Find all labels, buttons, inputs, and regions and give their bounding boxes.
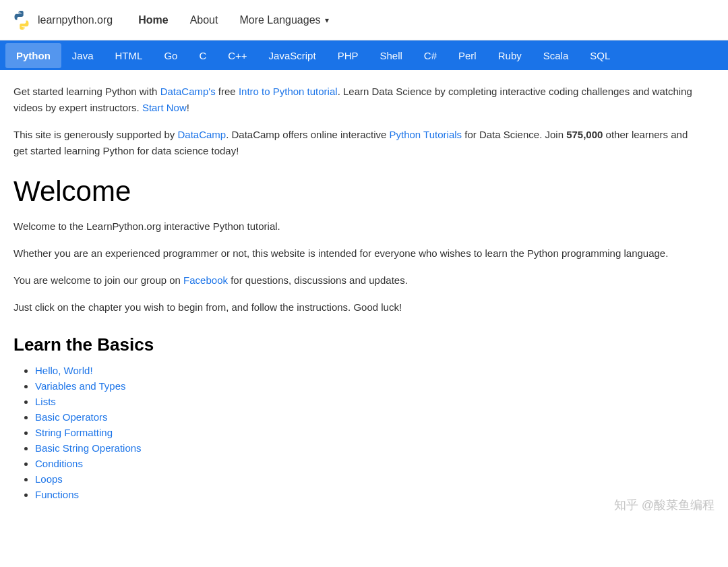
lang-tab-java[interactable]: Java <box>61 43 104 68</box>
facebook-link[interactable]: Facebook <box>183 274 228 286</box>
basics-link[interactable]: Variables and Types <box>35 380 126 392</box>
lang-tab-shell[interactable]: Shell <box>369 43 413 68</box>
list-item: Basic String Operations <box>35 442 701 454</box>
basics-link[interactable]: String Formatting <box>35 427 113 438</box>
learner-count: 575,000 <box>566 129 603 140</box>
logo-text: learnpython.org <box>38 14 113 26</box>
logo[interactable]: learnpython.org <box>11 9 113 31</box>
top-nav-links: Home About More Languages ▾ <box>129 9 338 32</box>
lang-tab-html[interactable]: HTML <box>104 43 154 68</box>
lang-tab-csharp[interactable]: C# <box>413 43 448 68</box>
top-navbar: learnpython.org Home About More Language… <box>0 0 728 40</box>
datacamp-link-1[interactable]: DataCamp's <box>160 86 216 97</box>
lang-tab-perl[interactable]: Perl <box>448 43 487 68</box>
main-content: Get started learning Python with DataCam… <box>0 70 715 518</box>
intro-tutorial-link[interactable]: Intro to Python tutorial <box>239 86 338 97</box>
basics-link[interactable]: Basic Operators <box>35 411 108 423</box>
lang-tab-php[interactable]: PHP <box>327 43 369 68</box>
list-item: Basic Operators <box>35 411 701 423</box>
welcome-subtext: Welcome to the LearnPython.org interacti… <box>13 218 701 235</box>
lang-tab-javascript[interactable]: JavaScript <box>258 43 327 68</box>
list-item: Conditions <box>35 458 701 469</box>
lang-tab-python[interactable]: Python <box>5 43 61 68</box>
basics-link[interactable]: Lists <box>35 396 56 407</box>
lang-tab-sql[interactable]: SQL <box>579 43 621 68</box>
lang-tab-go[interactable]: Go <box>153 43 188 68</box>
list-item: Loops <box>35 473 701 485</box>
python-tutorials-link[interactable]: Python Tutorials <box>390 129 462 140</box>
basics-link[interactable]: Loops <box>35 473 63 485</box>
python-logo-icon <box>11 9 32 31</box>
start-now-link[interactable]: Start Now <box>142 102 187 113</box>
intro-paragraph-1: Get started learning Python with DataCam… <box>13 84 701 116</box>
welcome-description: Whether you are an experienced programme… <box>13 245 701 262</box>
language-tab-bar: PythonJavaHTMLGoCC++JavaScriptPHPShellC#… <box>0 40 728 70</box>
list-item: Hello, World! <box>35 365 701 376</box>
welcome-luck-text: Just click on the chapter you wish to be… <box>13 299 701 316</box>
list-item: Lists <box>35 396 701 407</box>
basics-link[interactable]: Conditions <box>35 458 83 469</box>
intro-paragraph-2: This site is generously supported by Dat… <box>13 127 701 159</box>
list-item: String Formatting <box>35 427 701 438</box>
welcome-heading: Welcome <box>13 175 701 208</box>
nav-about[interactable]: About <box>181 9 228 32</box>
basics-heading: Learn the Basics <box>13 334 701 355</box>
basics-list: Hello, World!Variables and TypesListsBas… <box>13 365 701 500</box>
basics-link[interactable]: Hello, World! <box>35 365 93 376</box>
nav-more-languages[interactable]: More Languages ▾ <box>230 9 338 32</box>
lang-tab-ruby[interactable]: Ruby <box>487 43 533 68</box>
basics-link[interactable]: Functions <box>35 489 79 500</box>
nav-home[interactable]: Home <box>129 9 177 32</box>
chevron-down-icon: ▾ <box>325 16 329 25</box>
lang-tab-scala[interactable]: Scala <box>533 43 580 68</box>
basics-link[interactable]: Basic String Operations <box>35 442 142 454</box>
welcome-facebook-paragraph: You are welcome to join our group on Fac… <box>13 272 701 289</box>
datacamp-link-2[interactable]: DataCamp <box>177 129 226 140</box>
list-item: Variables and Types <box>35 380 701 392</box>
list-item: Functions <box>35 489 701 500</box>
lang-tab-c[interactable]: C <box>188 43 217 68</box>
lang-tab-cp+[interactable]: C++ <box>217 43 257 68</box>
